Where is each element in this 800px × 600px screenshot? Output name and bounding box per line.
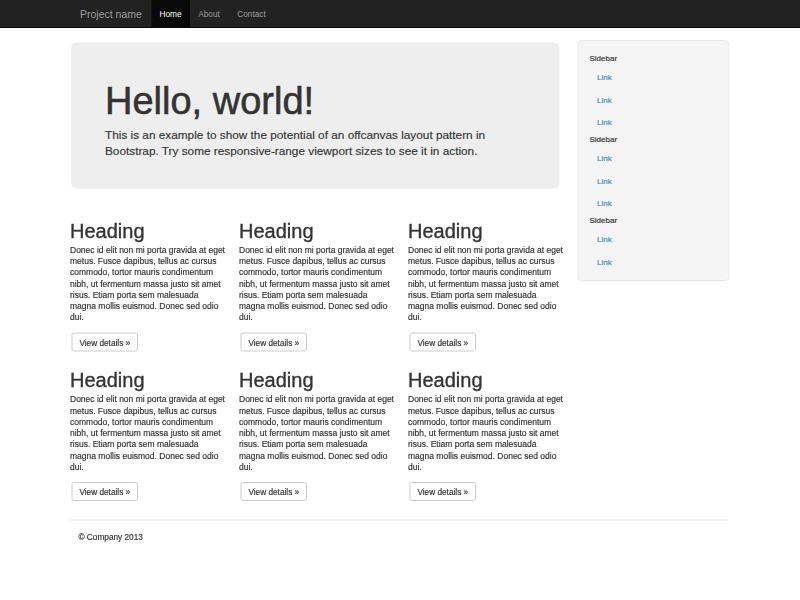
card-4: Heading Donec id elit non mi porta gravi… [70, 370, 226, 502]
card-body: Donec id elit non mi porta gravida at eg… [70, 245, 226, 324]
card-body: Donec id elit non mi porta gravida at eg… [239, 394, 395, 473]
card-body: Donec id elit non mi porta gravida at eg… [239, 245, 395, 324]
card-heading: Heading [408, 370, 564, 391]
sidebar-link[interactable]: Link [579, 190, 729, 213]
footer-divider [70, 520, 730, 521]
page: Project name Home About Contact Hello, w… [0, 0, 800, 600]
card-5: Heading Donec id elit non mi porta gravi… [239, 370, 395, 502]
card-heading: Heading [408, 220, 564, 241]
sidebar-link[interactable]: Link [579, 249, 729, 272]
sidebar-link[interactable]: Link [579, 109, 729, 132]
view-details-button[interactable]: View details » [409, 482, 476, 501]
view-details-button[interactable]: View details » [240, 482, 307, 501]
view-details-button[interactable]: View details » [240, 333, 307, 352]
card-heading: Heading [70, 220, 226, 241]
top-navbar: Project name Home About Contact [0, 0, 800, 28]
card-6: Heading Donec id elit non mi porta gravi… [408, 370, 564, 502]
cards-grid: Heading Donec id elit non mi porta gravi… [70, 220, 580, 501]
nav-item-contact[interactable]: Contact [233, 0, 270, 28]
card-heading: Heading [239, 220, 395, 241]
card-heading: Heading [70, 370, 226, 391]
sidebar: Sidebar Link Link Link Sidebar Link Link… [578, 40, 730, 281]
sidebar-link[interactable]: Link [579, 145, 729, 168]
jumbotron-heading: Hello, world! [105, 81, 526, 120]
card-body: Donec id elit non mi porta gravida at eg… [408, 245, 564, 324]
navbar-brand[interactable]: Project name [80, 0, 142, 28]
card-body: Donec id elit non mi porta gravida at eg… [408, 394, 564, 473]
card-3: Heading Donec id elit non mi porta gravi… [408, 220, 564, 352]
card-1: Heading Donec id elit non mi porta gravi… [70, 220, 226, 352]
sidebar-link[interactable]: Link [579, 168, 729, 191]
scaled-canvas: Project name Home About Contact Hello, w… [0, 0, 800, 600]
jumbotron-text: This is an example to show the potential… [105, 126, 530, 159]
jumbotron: Hello, world! This is an example to show… [71, 43, 560, 189]
sidebar-header-1: Sidebar [579, 51, 729, 65]
card-body: Donec id elit non mi porta gravida at eg… [70, 394, 226, 473]
nav-item-home[interactable]: Home [151, 0, 190, 28]
nav-item-about[interactable]: About [194, 0, 224, 28]
sidebar-link[interactable]: Link [579, 226, 729, 249]
view-details-button[interactable]: View details » [71, 482, 138, 501]
view-details-button[interactable]: View details » [409, 333, 476, 352]
footer-copyright: © Company 2013 [79, 531, 143, 542]
card-heading: Heading [239, 370, 395, 391]
card-2: Heading Donec id elit non mi porta gravi… [239, 220, 395, 352]
sidebar-link[interactable]: Link [579, 87, 729, 110]
sidebar-header-3: Sidebar [579, 213, 729, 227]
sidebar-header-2: Sidebar [579, 132, 729, 146]
sidebar-link[interactable]: Link [579, 64, 729, 87]
view-details-button[interactable]: View details » [71, 333, 138, 352]
